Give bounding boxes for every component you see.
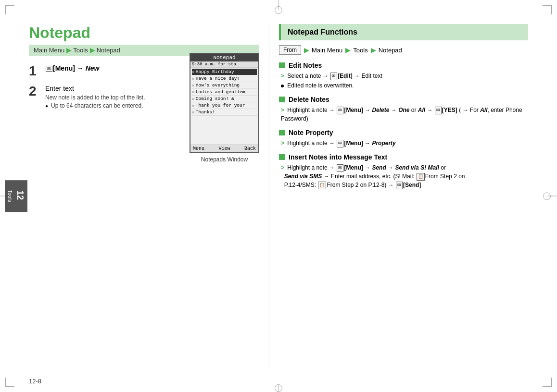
phone-footer-view: View: [218, 146, 230, 151]
page-number: 12-8: [29, 378, 41, 385]
menu-label: [Menu]: [344, 107, 363, 113]
yes-icon: ✉: [435, 107, 442, 114]
section-edit-notes-item-1: > Select a note → ✉[Edit] → Edit text: [279, 72, 528, 80]
menu-label2: [Menu]: [344, 140, 363, 147]
yes-label: [YES]: [442, 107, 457, 113]
section-delete-notes: Delete Notes > Highlight a note → ✉[Menu…: [279, 96, 528, 123]
gt-arrow: >: [281, 164, 284, 171]
phone-footer-menu: Menu: [193, 146, 204, 151]
phone-list-item: ✉ Coming soon! &: [192, 96, 257, 102]
step-1-menu-label: [Menu]: [53, 64, 75, 72]
section-insert-notes-item: > Highlight a note → ✉[Menu] → Send → Se…: [279, 163, 528, 189]
phone-item-icon: ✉: [192, 110, 194, 114]
section-note-property-label: Note Property: [289, 129, 333, 136]
phone-status: 9:30 a.m. for sta: [190, 61, 258, 68]
crosshair-right: [547, 196, 557, 196]
menu-icon2: ✉: [337, 140, 343, 147]
phone-screenshot: Notepad 9:30 a.m. for sta ✉ Happy Birthd…: [190, 53, 259, 163]
all-italic2: All: [480, 107, 487, 113]
chapter-label: Tools: [7, 190, 13, 202]
step-1-new-label: New: [86, 64, 100, 72]
breadcrumb-tools: Tools: [73, 47, 88, 54]
property-italic: Property: [372, 140, 395, 147]
chapter-indicator: 12 Tools: [5, 180, 27, 212]
section-delete-notes-label: Delete Notes: [289, 96, 329, 103]
crosshair-bottom: [275, 385, 282, 392]
phone-list-item: ✉ Thank you for your: [192, 102, 257, 109]
section-square-icon: [279, 97, 285, 102]
section-edit-notes-label: Edit Notes: [289, 61, 322, 69]
gt-arrow: >: [281, 73, 284, 79]
left-panel: Notepad Main Menu ▶ Tools ▶ Notepad 1 ✉[…: [29, 24, 269, 368]
breadcrumb-arrow-1: ▶: [66, 47, 71, 54]
send-icon: ✉: [396, 182, 403, 189]
section-note-property: Note Property > Highlight a note → ✉[Men…: [279, 129, 528, 147]
corner-mark-tl: [5, 5, 14, 14]
menu-icon: ✉: [337, 107, 343, 114]
right-arrow-2: ▶: [371, 47, 376, 54]
phone-item-icon: ✉: [192, 97, 194, 101]
all-italic: All: [418, 107, 425, 113]
corner-mark-br: [543, 378, 552, 387]
functions-header: Notepad Functions: [279, 24, 528, 40]
section-edit-notes: Edit Notes > Select a note → ✉[Edit] → E…: [279, 61, 528, 90]
corner-mark-tr: [543, 5, 552, 14]
menu-label3: [Menu]: [344, 164, 363, 171]
phone-item-icon: ✉: [192, 90, 194, 94]
from-label: From: [279, 45, 301, 55]
section-insert-notes: Insert Notes into Message Text > Highlig…: [279, 153, 528, 189]
section-square-icon: [279, 130, 285, 135]
gt-arrow: >: [281, 140, 284, 147]
phone-item-text: Thank you for your: [196, 103, 245, 108]
send-via-sms-italic: Send via SMS: [284, 173, 322, 180]
phone-item-text: Happy Birthday: [196, 69, 234, 74]
section-square-icon: [279, 154, 285, 160]
right-panel: Notepad Functions From ▶ Main Menu ▶ Too…: [269, 24, 528, 368]
phone-title-bar: Notepad: [190, 54, 258, 61]
section-edit-notes-title: Edit Notes: [279, 61, 528, 69]
phone-caption: Notepads Window: [190, 156, 259, 163]
section-delete-notes-item: > Highlight a note → ✉[Menu] → Delete → …: [279, 106, 528, 123]
right-breadcrumb-main: Main Menu: [312, 47, 342, 54]
breadcrumb-main-menu: Main Menu: [34, 47, 64, 54]
circle-bullet: [281, 85, 284, 87]
from-breadcrumb: From ▶ Main Menu ▶ Tools ▶ Notepad: [279, 45, 528, 55]
phone-item-icon: ✉: [192, 103, 194, 108]
phone-item-text: Ladies and gentlem: [196, 89, 245, 95]
send-italic: Send: [372, 164, 386, 171]
section-edit-notes-item-2: Edited note is overwritten.: [279, 81, 528, 90]
page-title: Notepad: [29, 24, 259, 42]
section-note-property-title: Note Property: [279, 129, 528, 136]
step-1-number: 1: [29, 64, 39, 78]
send-label: [Send]: [403, 182, 421, 188]
phone-item-text: Have a nice day!: [196, 76, 240, 81]
phone-screen: Notepad 9:30 a.m. for sta ✉ Happy Birthd…: [190, 53, 259, 153]
crosshair-top: [275, 0, 282, 14]
gt-arrow: >: [281, 107, 284, 113]
section-insert-notes-label: Insert Notes into Message Text: [289, 153, 387, 161]
edit-label: [Edit]: [338, 73, 353, 79]
menu-icon-inline: ✉: [46, 66, 52, 72]
step-2-number: 2: [29, 85, 39, 98]
page-icon: 📋: [417, 173, 425, 181]
phone-item-text: Thanks!: [196, 110, 215, 115]
breadcrumb-arrow-2: ▶: [90, 47, 95, 54]
right-arrow-1: ▶: [345, 47, 350, 54]
corner-mark-bl: [5, 378, 14, 387]
phone-item-icon: ✉: [192, 76, 194, 81]
section-square-icon: [279, 62, 285, 68]
send-via-smail-italic: Send via S! Mail: [395, 164, 439, 171]
page-content: Notepad Main Menu ▶ Tools ▶ Notepad 1 ✉[…: [29, 24, 528, 368]
page-icon2: 📋: [318, 182, 326, 189]
phone-footer: Menu View Back: [190, 145, 258, 152]
phone-list-item: ✉ Ladies and gentlem: [192, 89, 257, 96]
section-delete-notes-title: Delete Notes: [279, 96, 528, 103]
edit-icon: ✉: [330, 73, 337, 80]
phone-list: ✉ Happy Birthday ✉ Have a nice day! ✉ Ho…: [190, 68, 258, 145]
phone-item-icon: ✉: [192, 70, 194, 74]
step-2-bullet-text: Up to 64 characters can be entered.: [51, 102, 143, 109]
phone-footer-back: Back: [244, 146, 256, 151]
section-insert-notes-title: Insert Notes into Message Text: [279, 153, 528, 161]
right-breadcrumb-notepad: Notepad: [379, 47, 402, 54]
right-breadcrumb-tools: Tools: [353, 47, 367, 54]
